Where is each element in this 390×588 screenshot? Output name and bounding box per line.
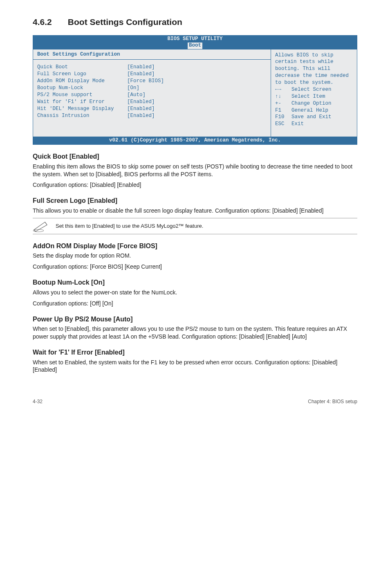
section-heading: 4.6.2 Boot Settings Configuration [33, 16, 357, 28]
bios-setting-label: AddOn ROM Display Mode [37, 78, 127, 85]
bios-key-row: ←→Select Screen [275, 86, 353, 93]
heading-full-screen-logo: Full Screen Logo [Enabled] [33, 196, 357, 205]
bios-titlebar: BIOS SETUP UTILITY Boot [33, 36, 357, 49]
bios-setting-value: [Auto] [127, 92, 146, 99]
bios-key-row: F10Save and Exit [275, 114, 353, 121]
bios-setting-value: [Enabled] [127, 64, 155, 71]
bios-key-row: ↑↓Select Item [275, 93, 353, 100]
bios-key-desc: Select Screen [291, 86, 332, 93]
bios-setting-label: PS/2 Mouse support [37, 92, 127, 99]
text-numlock-1: Allows you to select the power-on state … [33, 289, 357, 296]
heading-ps2-mouse: Power Up By PS/2 Mouse [Auto] [33, 315, 357, 324]
bios-setting-label: Hit 'DEL' Message Display [37, 105, 127, 112]
bios-setting-row: PS/2 Mouse support[Auto] [37, 92, 267, 99]
bios-left-pane: Boot Settings Configuration Quick Boot[E… [33, 49, 271, 137]
bios-setting-label: Chassis Intrusion [37, 112, 127, 119]
note-text: Set this item to [Enabled] to use the AS… [56, 222, 203, 230]
bios-copyright: v02.61 (C)Copyright 1985-2007, American … [33, 137, 357, 144]
heading-quick-boot: Quick Boot [Enabled] [33, 152, 357, 161]
bios-key: F1 [275, 107, 291, 114]
bios-key-desc: General Help [291, 107, 328, 114]
section-title-text: Boot Settings Configuration [68, 17, 182, 27]
bios-setting-row: Hit 'DEL' Message Display[Enabled] [37, 105, 267, 112]
text-quick-boot-1: Enabling this item allows the BIOS to sk… [33, 163, 357, 178]
bios-title: BIOS SETUP UTILITY [33, 36, 357, 43]
bios-setting-value: [Enabled] [127, 99, 155, 105]
bios-body: Boot Settings Configuration Quick Boot[E… [33, 49, 357, 137]
bios-setting-row: Full Screen Logo[Enabled] [37, 71, 267, 78]
bios-setting-label: Full Screen Logo [37, 71, 127, 78]
text-addon-rom-1: Sets the display mode for option ROM. [33, 252, 357, 260]
bios-setting-row: Wait for 'F1' if Error[Enabled] [37, 99, 267, 105]
bios-setting-value: [Enabled] [127, 105, 155, 112]
bios-setting-row: Bootup Num-Lock[On] [37, 85, 267, 92]
text-full-screen-logo: This allows you to enable or disable the… [33, 207, 357, 215]
bios-key-desc: Exit [291, 121, 304, 128]
bios-key: ESC [275, 121, 291, 128]
pencil-icon [33, 220, 50, 232]
page-footer: 4-32 Chapter 4: BIOS setup [33, 398, 357, 405]
text-numlock-2: Configuration options: [Off] [On] [33, 300, 357, 307]
bios-settings-list: Quick Boot[Enabled]Full Screen Logo[Enab… [37, 64, 267, 119]
bios-setting-row: AddOn ROM Display Mode[Force BIOS] [37, 78, 267, 85]
bios-key-row: ESCExit [275, 121, 353, 128]
bios-setting-value: [Enabled] [127, 112, 155, 119]
text-quick-boot-2: Configuration options: [Disabled] [Enabl… [33, 181, 357, 189]
bios-setting-value: [On] [127, 85, 139, 92]
bios-right-pane: Allows BIOS to skip certain tests while … [271, 49, 357, 137]
bios-setting-value: [Enabled] [127, 71, 155, 78]
text-ps2-mouse: When set to [Enabled], this parameter al… [33, 325, 357, 341]
svg-line-3 [45, 222, 47, 225]
bios-key-desc: Change Option [291, 100, 332, 107]
chapter-label: Chapter 4: BIOS setup [308, 398, 357, 405]
bios-screenshot: BIOS SETUP UTILITY Boot Boot Settings Co… [33, 35, 357, 145]
bios-key-row: +-Change Option [275, 100, 353, 107]
note-block: Set this item to [Enabled] to use the AS… [33, 218, 357, 234]
bios-key: F10 [275, 114, 291, 121]
bios-key-desc: Select Item [291, 93, 325, 100]
text-addon-rom-2: Configuration options: [Force BIOS] [Kee… [33, 263, 357, 271]
bios-setting-value: [Force BIOS] [127, 78, 164, 85]
bios-setting-row: Chassis Intrusion[Enabled] [37, 112, 267, 119]
bios-key-legend: ←→Select Screen↑↓Select Item+-Change Opt… [275, 86, 353, 128]
bios-setting-label: Wait for 'F1' if Error [37, 99, 127, 105]
bios-key-row: F1General Help [275, 107, 353, 114]
bios-setting-label: Quick Boot [37, 64, 127, 71]
section-number: 4.6.2 [33, 16, 65, 28]
text-wait-f1: When set to Enabled, the system waits fo… [33, 359, 357, 374]
bios-panel-title: Boot Settings Configuration [33, 51, 271, 60]
bios-key: +- [275, 100, 291, 107]
page-number: 4-32 [33, 398, 43, 405]
svg-marker-1 [34, 222, 47, 231]
heading-wait-f1: Wait for 'F1' If Error [Enabled] [33, 348, 357, 357]
bios-setting-row: Quick Boot[Enabled] [37, 64, 267, 71]
heading-numlock: Bootup Num-Lock [On] [33, 278, 357, 287]
bios-key: ↑↓ [275, 93, 291, 100]
bios-setting-label: Bootup Num-Lock [37, 85, 127, 92]
bios-key-desc: Save and Exit [291, 114, 332, 121]
bios-key: ←→ [275, 86, 291, 93]
bios-help-text: Allows BIOS to skip certain tests while … [275, 52, 353, 86]
bios-menu-tab: Boot [188, 43, 202, 49]
heading-addon-rom: AddOn ROM Display Mode [Force BIOS] [33, 242, 357, 251]
